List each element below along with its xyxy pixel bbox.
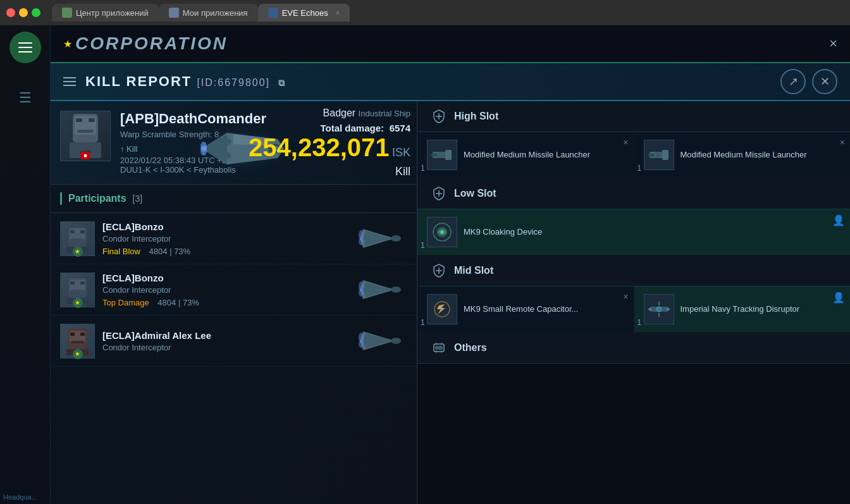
mid-slot-svg <box>431 263 447 278</box>
mid-slot-item-1-close[interactable]: × <box>623 292 628 302</box>
apps-tab-icon <box>169 8 179 18</box>
panel-menu-line-2 <box>63 81 76 82</box>
others-section: Others <box>417 333 850 364</box>
corp-bar: ★ CORPORATION × <box>51 25 850 63</box>
svg-point-73 <box>656 307 662 312</box>
close-button[interactable]: ✕ <box>812 69 837 94</box>
close-dot[interactable] <box>6 8 15 17</box>
participants-count: [3] <box>133 194 143 204</box>
cloaking-device-icon <box>429 219 455 245</box>
svg-point-49 <box>391 338 401 344</box>
left-pane: APB ■ [APB]DeathComander Warp Scramble S… <box>51 101 417 504</box>
participant-avatar-1: ★ <box>60 221 95 256</box>
window-controls <box>6 8 40 17</box>
mid-slot-icon <box>430 262 448 280</box>
high-slot-item-2-close[interactable]: × <box>840 137 845 147</box>
svg-rect-55 <box>445 150 452 160</box>
missile-launcher-icon-2 <box>646 142 672 168</box>
kill-report-panel: KILL REPORT [ID:6679800] ⧉ ↗ ✕ <box>51 63 850 504</box>
tab-eve[interactable]: EVE Echoes × <box>258 4 350 22</box>
panel-actions: ↗ ✕ <box>780 69 837 94</box>
mid-slot-items-row: 1 MK9 Small Remote Capacitor... × <box>417 286 850 333</box>
tab-corp[interactable]: Центр приложений <box>52 4 159 22</box>
high-slot-item-2-icon <box>644 140 674 170</box>
victim-section: APB ■ [APB]DeathComander Warp Scramble S… <box>51 101 417 185</box>
participant-separator-2: | <box>178 298 183 307</box>
close-icon: ✕ <box>820 75 830 89</box>
svg-point-14 <box>200 145 207 156</box>
high-slot-items-row: 1 Modified Medium Missile Launcher <box>417 132 850 178</box>
participant-info-2: [ECLA]Bonzo Condor Interceptor Top Damag… <box>102 273 343 307</box>
participant-percent-1: 73% <box>174 247 190 256</box>
total-damage-row: Total damage: 6574 <box>249 123 410 133</box>
hq-label: Headqua... <box>3 493 37 501</box>
others-title: Others <box>454 342 487 353</box>
total-damage-label-text: Total damage: <box>320 123 384 133</box>
high-slot-item-2-qty: 1 <box>638 164 642 173</box>
high-slot-item-1-close[interactable]: × <box>623 137 628 147</box>
mid-slot-item-1-name: MK9 Small Remote Capacitor... <box>464 304 578 315</box>
low-slot-svg <box>431 186 447 201</box>
svg-rect-61 <box>648 154 653 156</box>
participant-name-2: [ECLA]Bonzo <box>102 273 343 283</box>
copy-icon[interactable]: ⧉ <box>278 78 286 88</box>
panel-menu-line-3 <box>63 85 76 86</box>
participant-ship-1: Condor Interceptor <box>102 234 343 243</box>
os-bar: Центр приложений Мои приложения EVE Echo… <box>0 0 850 25</box>
kill-type: Kill <box>249 165 410 178</box>
right-pane: High Slot 1 <box>417 101 850 504</box>
participant-name-1: [ECLA]Bonzo <box>102 221 343 232</box>
high-slot-icon <box>430 108 448 125</box>
sidebar-menu-button[interactable] <box>9 32 41 63</box>
participant-info-3: [ECLA]Admiral Alex Lee Condor Intercepto… <box>102 330 343 352</box>
export-button[interactable]: ↗ <box>780 69 806 94</box>
kill-indicator: ■ <box>80 152 90 159</box>
panel-header: KILL REPORT [ID:6679800] ⧉ ↗ ✕ <box>51 63 850 101</box>
svg-rect-33 <box>80 281 85 285</box>
victim-avatar: APB ■ <box>60 111 111 161</box>
total-damage-value: 6574 <box>390 123 410 133</box>
svg-marker-26 <box>363 231 391 246</box>
svg-rect-45 <box>71 341 84 343</box>
participant-badge-1: Final Blow 4804 | 73% <box>102 247 343 256</box>
participant-ship-svg-3 <box>350 322 407 360</box>
mid-slot-header: Mid Slot <box>417 255 850 286</box>
panel-menu-icon[interactable] <box>63 77 76 86</box>
corp-star-icon: ★ <box>63 38 72 50</box>
export-icon: ↗ <box>789 75 798 89</box>
svg-rect-21 <box>70 230 75 233</box>
mid-slot-item-2-name: Imperial Navy Tracking Disruptor <box>681 304 800 315</box>
svg-rect-32 <box>70 281 75 285</box>
high-slot-title: High Slot <box>454 111 498 122</box>
participant-badge-2: Top Damage 4804 | 73% <box>102 298 343 307</box>
sidebar-item-1[interactable]: ☰ <box>9 82 41 114</box>
isk-label: ISK <box>392 146 410 159</box>
tab-close-icon[interactable]: × <box>336 9 340 16</box>
mid-slot-section: Mid Slot 1 MK9 Small R <box>417 255 850 333</box>
capacitor-icon <box>429 297 455 322</box>
corp-tab-icon <box>62 8 72 18</box>
main-area: ☰ Headqua... ★ CORPORATION × KILL REPORT… <box>0 25 850 504</box>
minimize-dot[interactable] <box>19 8 28 17</box>
tab-apps[interactable]: Мои приложения <box>159 4 258 22</box>
high-slot-item-1-icon <box>427 140 457 170</box>
menu-line-2 <box>18 47 32 48</box>
missile-launcher-icon-1 <box>429 142 455 168</box>
participant-ship-2: Condor Interceptor <box>102 285 343 295</box>
svg-point-66 <box>440 230 444 234</box>
participant-name-3: [ECLA]Admiral Alex Lee <box>102 330 343 341</box>
corp-tab-label: Центр приложений <box>76 8 149 18</box>
participant-stats-1: 4804 | 73% <box>149 247 191 256</box>
corp-close-button[interactable]: × <box>829 35 837 52</box>
others-header: Others <box>417 333 850 364</box>
maximize-dot[interactable] <box>32 8 40 17</box>
svg-rect-2 <box>76 118 82 122</box>
high-slot-item-1: 1 Modified Medium Missile Launcher <box>417 132 634 178</box>
participant-stats-2: 4804 | 73% <box>157 298 199 307</box>
participant-badge-text-1: Final Blow <box>102 247 140 256</box>
isk-row: 254,232,071 ISK <box>249 133 410 162</box>
svg-rect-34 <box>71 290 84 292</box>
participant-row-2: ★ [ECLA]Bonzo Condor Interceptor Top Dam… <box>51 264 417 316</box>
section-indicator <box>60 192 62 205</box>
participant-ship-3: Condor Interceptor <box>102 343 343 352</box>
